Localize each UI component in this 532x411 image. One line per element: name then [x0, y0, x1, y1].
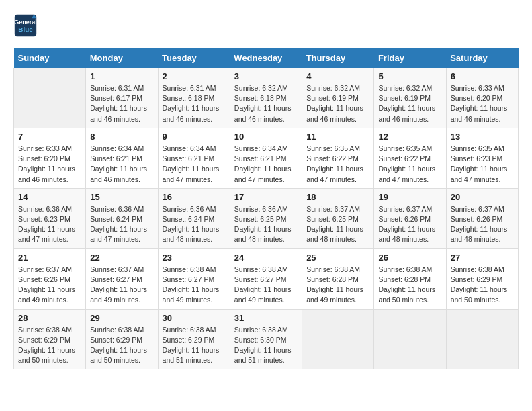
day-number: 21 [18, 253, 81, 263]
calendar-cell: 17Sunrise: 6:36 AM Sunset: 6:25 PM Dayli… [230, 188, 302, 248]
day-info: Sunrise: 6:34 AM Sunset: 6:21 PM Dayligh… [234, 144, 298, 185]
day-info: Sunrise: 6:35 AM Sunset: 6:23 PM Dayligh… [451, 144, 514, 185]
day-number: 26 [378, 253, 441, 263]
day-info: Sunrise: 6:37 AM Sunset: 6:26 PM Dayligh… [451, 204, 514, 245]
calendar-cell: 22Sunrise: 6:37 AM Sunset: 6:27 PM Dayli… [86, 248, 158, 309]
day-info: Sunrise: 6:34 AM Sunset: 6:21 PM Dayligh… [90, 144, 153, 185]
day-number: 16 [163, 192, 226, 202]
calendar-cell: 29Sunrise: 6:38 AM Sunset: 6:29 PM Dayli… [86, 309, 158, 369]
day-info: Sunrise: 6:38 AM Sunset: 6:27 PM Dayligh… [234, 265, 298, 306]
day-info: Sunrise: 6:38 AM Sunset: 6:28 PM Dayligh… [378, 265, 441, 306]
day-info: Sunrise: 6:36 AM Sunset: 6:25 PM Dayligh… [234, 204, 298, 245]
calendar-cell: 14Sunrise: 6:36 AM Sunset: 6:23 PM Dayli… [14, 188, 86, 248]
calendar-cell: 13Sunrise: 6:35 AM Sunset: 6:23 PM Dayli… [446, 128, 518, 188]
day-info: Sunrise: 6:34 AM Sunset: 6:21 PM Dayligh… [163, 144, 226, 185]
day-number: 7 [18, 132, 81, 142]
day-info: Sunrise: 6:36 AM Sunset: 6:24 PM Dayligh… [90, 204, 153, 245]
logo: General Blue [13, 13, 42, 38]
calendar-cell: 11Sunrise: 6:35 AM Sunset: 6:22 PM Dayli… [302, 128, 374, 188]
day-info: Sunrise: 6:37 AM Sunset: 6:26 PM Dayligh… [378, 204, 441, 245]
calendar-cell: 19Sunrise: 6:37 AM Sunset: 6:26 PM Dayli… [374, 188, 446, 248]
day-info: Sunrise: 6:33 AM Sunset: 6:20 PM Dayligh… [451, 83, 514, 124]
day-number: 10 [234, 132, 298, 142]
calendar-cell [446, 309, 518, 369]
day-info: Sunrise: 6:31 AM Sunset: 6:18 PM Dayligh… [163, 83, 226, 124]
calendar-cell: 21Sunrise: 6:37 AM Sunset: 6:26 PM Dayli… [14, 248, 86, 309]
day-info: Sunrise: 6:38 AM Sunset: 6:29 PM Dayligh… [163, 325, 226, 366]
calendar-header-row: SundayMondayTuesdayWednesdayThursdayFrid… [14, 48, 519, 68]
day-info: Sunrise: 6:38 AM Sunset: 6:29 PM Dayligh… [18, 325, 81, 366]
day-number: 11 [306, 132, 369, 142]
calendar-week-2: 7Sunrise: 6:33 AM Sunset: 6:20 PM Daylig… [14, 128, 519, 188]
svg-text:Blue: Blue [18, 26, 33, 33]
calendar-cell: 4Sunrise: 6:32 AM Sunset: 6:19 PM Daylig… [302, 68, 374, 128]
day-info: Sunrise: 6:38 AM Sunset: 6:27 PM Dayligh… [163, 265, 226, 306]
weekday-header-monday: Monday [86, 48, 158, 68]
calendar-cell: 24Sunrise: 6:38 AM Sunset: 6:27 PM Dayli… [230, 248, 302, 309]
calendar-table: SundayMondayTuesdayWednesdayThursdayFrid… [13, 48, 519, 369]
day-info: Sunrise: 6:36 AM Sunset: 6:24 PM Dayligh… [163, 204, 226, 245]
weekday-header-tuesday: Tuesday [158, 48, 230, 68]
weekday-header-friday: Friday [374, 48, 446, 68]
day-number: 27 [451, 253, 514, 263]
day-info: Sunrise: 6:38 AM Sunset: 6:28 PM Dayligh… [306, 265, 369, 306]
calendar-cell: 31Sunrise: 6:38 AM Sunset: 6:30 PM Dayli… [230, 309, 302, 369]
calendar-cell: 16Sunrise: 6:36 AM Sunset: 6:24 PM Dayli… [158, 188, 230, 248]
day-number: 14 [18, 192, 81, 202]
weekday-header-thursday: Thursday [302, 48, 374, 68]
calendar-week-1: 1Sunrise: 6:31 AM Sunset: 6:17 PM Daylig… [14, 68, 519, 128]
calendar-cell: 8Sunrise: 6:34 AM Sunset: 6:21 PM Daylig… [86, 128, 158, 188]
calendar-cell: 6Sunrise: 6:33 AM Sunset: 6:20 PM Daylig… [446, 68, 518, 128]
day-number: 19 [378, 192, 441, 202]
calendar-cell: 20Sunrise: 6:37 AM Sunset: 6:26 PM Dayli… [446, 188, 518, 248]
day-number: 13 [451, 132, 514, 142]
calendar-week-5: 28Sunrise: 6:38 AM Sunset: 6:29 PM Dayli… [14, 309, 519, 369]
day-number: 3 [234, 71, 298, 81]
day-number: 29 [90, 313, 153, 323]
day-info: Sunrise: 6:32 AM Sunset: 6:18 PM Dayligh… [234, 83, 298, 124]
calendar-cell [302, 309, 374, 369]
day-info: Sunrise: 6:33 AM Sunset: 6:20 PM Dayligh… [18, 144, 81, 185]
day-number: 12 [378, 132, 441, 142]
day-info: Sunrise: 6:37 AM Sunset: 6:25 PM Dayligh… [306, 204, 369, 245]
day-number: 8 [90, 132, 153, 142]
day-number: 6 [451, 71, 514, 81]
weekday-header-sunday: Sunday [14, 48, 86, 68]
calendar-cell: 1Sunrise: 6:31 AM Sunset: 6:17 PM Daylig… [86, 68, 158, 128]
day-info: Sunrise: 6:36 AM Sunset: 6:23 PM Dayligh… [18, 204, 81, 245]
day-info: Sunrise: 6:37 AM Sunset: 6:26 PM Dayligh… [18, 265, 81, 306]
day-number: 17 [234, 192, 298, 202]
calendar-cell: 3Sunrise: 6:32 AM Sunset: 6:18 PM Daylig… [230, 68, 302, 128]
calendar-cell: 25Sunrise: 6:38 AM Sunset: 6:28 PM Dayli… [302, 248, 374, 309]
calendar-cell: 30Sunrise: 6:38 AM Sunset: 6:29 PM Dayli… [158, 309, 230, 369]
day-number: 24 [234, 253, 298, 263]
calendar-cell: 23Sunrise: 6:38 AM Sunset: 6:27 PM Dayli… [158, 248, 230, 309]
day-info: Sunrise: 6:32 AM Sunset: 6:19 PM Dayligh… [306, 83, 369, 124]
calendar-cell: 27Sunrise: 6:38 AM Sunset: 6:29 PM Dayli… [446, 248, 518, 309]
calendar-cell [14, 68, 86, 128]
day-number: 1 [90, 71, 153, 81]
calendar-cell: 5Sunrise: 6:32 AM Sunset: 6:19 PM Daylig… [374, 68, 446, 128]
calendar-week-4: 21Sunrise: 6:37 AM Sunset: 6:26 PM Dayli… [14, 248, 519, 309]
day-info: Sunrise: 6:37 AM Sunset: 6:27 PM Dayligh… [90, 265, 153, 306]
calendar-cell: 18Sunrise: 6:37 AM Sunset: 6:25 PM Dayli… [302, 188, 374, 248]
day-number: 28 [18, 313, 81, 323]
day-number: 20 [451, 192, 514, 202]
day-number: 15 [90, 192, 153, 202]
day-number: 31 [234, 313, 298, 323]
calendar-cell: 28Sunrise: 6:38 AM Sunset: 6:29 PM Dayli… [14, 309, 86, 369]
calendar-cell: 7Sunrise: 6:33 AM Sunset: 6:20 PM Daylig… [14, 128, 86, 188]
calendar-cell: 12Sunrise: 6:35 AM Sunset: 6:22 PM Dayli… [374, 128, 446, 188]
weekday-header-saturday: Saturday [446, 48, 518, 68]
calendar-cell: 2Sunrise: 6:31 AM Sunset: 6:18 PM Daylig… [158, 68, 230, 128]
day-info: Sunrise: 6:38 AM Sunset: 6:30 PM Dayligh… [234, 325, 298, 366]
day-number: 9 [163, 132, 226, 142]
calendar-week-3: 14Sunrise: 6:36 AM Sunset: 6:23 PM Dayli… [14, 188, 519, 248]
day-number: 23 [163, 253, 226, 263]
day-number: 30 [163, 313, 226, 323]
day-number: 4 [306, 71, 369, 81]
logo-icon: General Blue [13, 13, 38, 38]
weekday-header-wednesday: Wednesday [230, 48, 302, 68]
day-number: 5 [378, 71, 441, 81]
day-number: 22 [90, 253, 153, 263]
